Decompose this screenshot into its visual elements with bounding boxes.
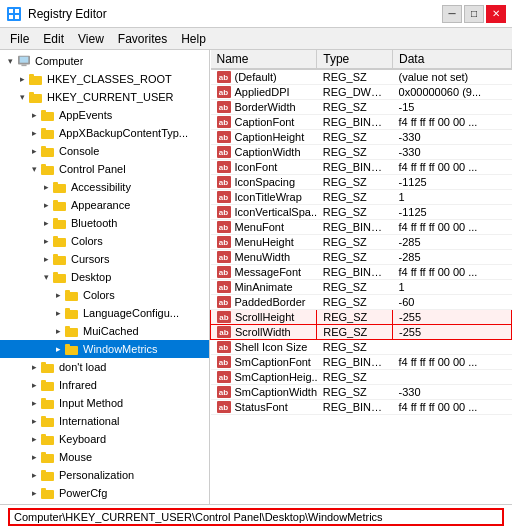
table-row[interactable]: abCaptionWidthREG_SZ-330 xyxy=(211,145,512,160)
expand-personalization[interactable]: ▸ xyxy=(28,470,40,480)
expand-mouse[interactable]: ▸ xyxy=(28,452,40,462)
table-row[interactable]: abCaptionHeightREG_SZ-330 xyxy=(211,130,512,145)
entry-name: IconTitleWrap xyxy=(235,191,302,203)
entry-data: f4 ff ff ff 00 00 ... xyxy=(393,220,512,235)
table-row[interactable]: abSmCaptionFontREG_BINARYf4 ff ff ff 00 … xyxy=(211,355,512,370)
expand-bluetooth[interactable]: ▸ xyxy=(40,218,52,228)
tree-label-accessibility: Accessibility xyxy=(71,181,131,193)
tree-item-personalization[interactable]: ▸ Personalization xyxy=(0,466,209,484)
table-row[interactable]: abScrollWidthREG_SZ-255 xyxy=(211,325,512,340)
tree-item-cursors[interactable]: ▸ Cursors xyxy=(0,250,209,268)
entry-type: REG_BINARY xyxy=(317,220,393,235)
table-row[interactable]: abSmCaptionWidthREG_SZ-330 xyxy=(211,385,512,400)
tree-item-accessibility[interactable]: ▸ Accessibility xyxy=(0,178,209,196)
menu-item-view[interactable]: View xyxy=(72,30,110,48)
maximize-button[interactable]: □ xyxy=(464,5,484,23)
expand-console[interactable]: ▸ xyxy=(28,146,40,156)
table-row[interactable]: ab(Default)REG_SZ(value not set) xyxy=(211,69,512,85)
expand-appevents[interactable]: ▸ xyxy=(28,110,40,120)
col-header-name[interactable]: Name xyxy=(211,50,317,69)
tree-item-inputmethod[interactable]: ▸ Input Method xyxy=(0,394,209,412)
expand-computer[interactable]: ▾ xyxy=(4,56,16,66)
tree-item-console[interactable]: ▸ Console xyxy=(0,142,209,160)
tree-item-international[interactable]: ▸ International xyxy=(0,412,209,430)
expand-current_user[interactable]: ▾ xyxy=(16,92,28,102)
tree-item-dontload[interactable]: ▸ don't load xyxy=(0,358,209,376)
expand-inputmethod[interactable]: ▸ xyxy=(28,398,40,408)
tree-item-mouse[interactable]: ▸ Mouse xyxy=(0,448,209,466)
expand-powercfg[interactable]: ▸ xyxy=(28,488,40,498)
expand-international[interactable]: ▸ xyxy=(28,416,40,426)
entry-data: -60 xyxy=(393,295,512,310)
registry-table[interactable]: Name Type Data ab(Default)REG_SZ(value n… xyxy=(210,50,512,504)
col-header-type[interactable]: Type xyxy=(317,50,393,69)
expand-appbackup[interactable]: ▸ xyxy=(28,128,40,138)
tree-item-appevents[interactable]: ▸ AppEvents xyxy=(0,106,209,124)
tree-item-appearance[interactable]: ▸ Appearance xyxy=(0,196,209,214)
menu-item-edit[interactable]: Edit xyxy=(37,30,70,48)
entry-type: REG_SZ xyxy=(317,340,393,355)
entry-type: REG_SZ xyxy=(317,145,393,160)
expand-langconfig[interactable]: ▸ xyxy=(52,308,64,318)
expand-infrared[interactable]: ▸ xyxy=(28,380,40,390)
expand-colors2[interactable]: ▸ xyxy=(52,290,64,300)
expand-muicached[interactable]: ▸ xyxy=(52,326,64,336)
minimize-button[interactable]: ─ xyxy=(442,5,462,23)
expand-appearance[interactable]: ▸ xyxy=(40,200,52,210)
expand-keyboard[interactable]: ▸ xyxy=(28,434,40,444)
menu-item-file[interactable]: File xyxy=(4,30,35,48)
menu-item-favorites[interactable]: Favorites xyxy=(112,30,173,48)
table-row[interactable]: abIconSpacingREG_SZ-1125 xyxy=(211,175,512,190)
table-row[interactable]: abStatusFontREG_BINARYf4 ff ff ff 00 00 … xyxy=(211,400,512,415)
tree-item-appbackup[interactable]: ▸ AppXBackupContentTyp... xyxy=(0,124,209,142)
table-row[interactable]: abCaptionFontREG_BINARYf4 ff ff ff 00 00… xyxy=(211,115,512,130)
expand-accessibility[interactable]: ▸ xyxy=(40,182,52,192)
table-row[interactable]: abAppliedDPIREG_DWORD0x00000060 (9... xyxy=(211,85,512,100)
col-header-data[interactable]: Data xyxy=(393,50,512,69)
table-row[interactable]: abMessageFontREG_BINARYf4 ff ff ff 00 00… xyxy=(211,265,512,280)
tree-item-muicached[interactable]: ▸ MuiCached xyxy=(0,322,209,340)
tree-item-langconfig[interactable]: ▸ LanguageConfigu... xyxy=(0,304,209,322)
table-row[interactable]: abMenuHeightREG_SZ-285 xyxy=(211,235,512,250)
expand-classes_root[interactable]: ▸ xyxy=(16,74,28,84)
table-row[interactable]: abPaddedBorderREG_SZ-60 xyxy=(211,295,512,310)
tree-item-current_user[interactable]: ▾ HKEY_CURRENT_USER xyxy=(0,88,209,106)
expand-controlpanel[interactable]: ▾ xyxy=(28,164,40,174)
tree-item-bluetooth[interactable]: ▸ Bluetooth xyxy=(0,214,209,232)
tree-item-computer[interactable]: ▾ Computer xyxy=(0,52,209,70)
entry-type: REG_SZ xyxy=(317,295,393,310)
reg-type-icon: ab xyxy=(217,161,231,173)
table-row[interactable]: abIconTitleWrapREG_SZ1 xyxy=(211,190,512,205)
expand-desktop[interactable]: ▾ xyxy=(40,272,52,282)
tree-item-windowmetrics[interactable]: ▸ WindowMetrics xyxy=(0,340,209,358)
table-row[interactable]: abIconVerticalSpa...REG_SZ-1125 xyxy=(211,205,512,220)
expand-dontload[interactable]: ▸ xyxy=(28,362,40,372)
tree-item-colors2[interactable]: ▸ Colors xyxy=(0,286,209,304)
folder-icon-mouse xyxy=(40,450,56,464)
expand-windowmetrics[interactable]: ▸ xyxy=(52,344,64,354)
table-row[interactable]: abIconFontREG_BINARYf4 ff ff ff 00 00 ..… xyxy=(211,160,512,175)
close-button[interactable]: ✕ xyxy=(486,5,506,23)
tree-item-classes_root[interactable]: ▸ HKEY_CLASSES_ROOT xyxy=(0,70,209,88)
tree-item-controlpanel[interactable]: ▾ Control Panel xyxy=(0,160,209,178)
tree-item-keyboard[interactable]: ▸ Keyboard xyxy=(0,430,209,448)
table-row[interactable]: abMenuFontREG_BINARYf4 ff ff ff 00 00 ..… xyxy=(211,220,512,235)
tree-item-infrared[interactable]: ▸ Infrared xyxy=(0,376,209,394)
table-row[interactable]: abSmCaptionHeig...REG_SZ xyxy=(211,370,512,385)
tree-item-desktop[interactable]: ▾ Desktop xyxy=(0,268,209,286)
folder-icon-appbackup xyxy=(40,126,56,140)
table-row[interactable]: abShell Icon SizeREG_SZ xyxy=(211,340,512,355)
tree-label-appevents: AppEvents xyxy=(59,109,112,121)
table-row[interactable]: abMenuWidthREG_SZ-285 xyxy=(211,250,512,265)
table-row[interactable]: abMinAnimateREG_SZ1 xyxy=(211,280,512,295)
svg-rect-24 xyxy=(53,220,66,229)
tree-panel[interactable]: ▾ Computer▸ HKEY_CLASSES_ROOT▾ HKEY_CURR… xyxy=(0,50,210,504)
tree-item-powercfg[interactable]: ▸ PowerCfg xyxy=(0,484,209,502)
tree-item-colors[interactable]: ▸ Colors xyxy=(0,232,209,250)
table-row[interactable]: abBorderWidthREG_SZ-15 xyxy=(211,100,512,115)
reg-type-icon: ab xyxy=(217,206,231,218)
table-row[interactable]: abScrollHeightREG_SZ-255 xyxy=(211,310,512,325)
expand-colors[interactable]: ▸ xyxy=(40,236,52,246)
expand-cursors[interactable]: ▸ xyxy=(40,254,52,264)
menu-item-help[interactable]: Help xyxy=(175,30,212,48)
